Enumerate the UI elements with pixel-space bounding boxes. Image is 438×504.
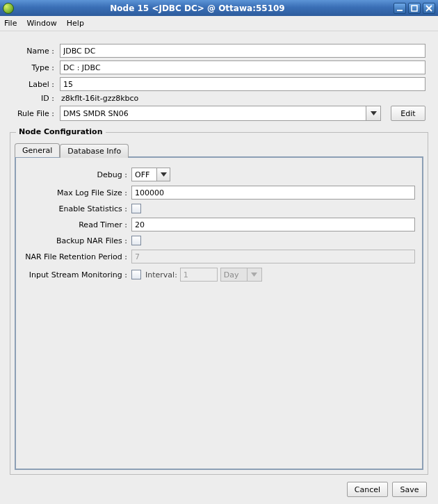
ism-unit-value: Day [220, 268, 247, 282]
tab-database-info[interactable]: Database Info [60, 144, 129, 158]
chevron-down-icon [161, 172, 167, 177]
label-label: Label : [13, 80, 56, 89]
ism-unit-combo: Day [220, 268, 262, 282]
id-value: z8kflt-16it-gzz8kbco [60, 94, 425, 103]
rulefile-input[interactable] [60, 106, 366, 121]
retention-input [131, 250, 415, 263]
edit-button[interactable]: Edit [391, 106, 425, 121]
ism-interval-input [180, 268, 218, 282]
name-input[interactable] [60, 44, 425, 58]
readtimer-input[interactable] [131, 218, 415, 231]
window-title: Node 15 <JDBC DC> @ Ottawa:55109 [1, 3, 394, 13]
svg-marker-4 [371, 111, 377, 115]
close-button[interactable] [423, 3, 435, 14]
svg-marker-6 [251, 273, 257, 277]
retention-label: NAR File Retention Period : [23, 252, 127, 261]
menu-file[interactable]: File [4, 19, 17, 28]
node-configuration-group: Node Configuration General Database Info… [10, 132, 428, 475]
menu-window[interactable]: Window [26, 19, 56, 28]
backup-label: Backup NAR Files : [23, 236, 127, 245]
svg-marker-5 [161, 172, 167, 177]
debug-dropdown-button[interactable] [156, 168, 170, 181]
ism-interval-label: Interval: [145, 270, 177, 279]
menu-help[interactable]: Help [67, 19, 84, 28]
enablestats-label: Enable Statistics : [23, 204, 127, 213]
rulefile-label: Rule File : [13, 109, 56, 118]
window-controls [394, 3, 435, 14]
cancel-button[interactable]: Cancel [347, 482, 388, 497]
id-label: ID : [13, 94, 56, 103]
ism-checkbox[interactable] [131, 270, 141, 279]
rulefile-combo[interactable] [60, 106, 381, 121]
rulefile-dropdown-button[interactable] [366, 106, 381, 121]
backup-checkbox[interactable] [131, 236, 141, 245]
readtimer-label: Read Timer : [23, 220, 127, 229]
save-button[interactable]: Save [392, 482, 427, 497]
minimize-button[interactable] [394, 3, 406, 14]
tab-general[interactable]: General [15, 143, 60, 157]
type-input[interactable] [60, 60, 425, 74]
node-configuration-legend: Node Configuration [16, 127, 106, 136]
maximize-button[interactable] [408, 3, 421, 14]
chevron-down-icon [251, 273, 257, 277]
debug-label: Debug : [23, 170, 127, 179]
debug-value[interactable] [131, 168, 156, 181]
type-label: Type : [13, 63, 56, 72]
dialog-buttons: Cancel Save [8, 475, 430, 497]
chevron-down-icon [371, 111, 377, 115]
tabs: General Database Info [15, 143, 423, 156]
ism-unit-dropdown-button [247, 268, 262, 282]
maxlog-input[interactable] [131, 186, 415, 200]
svg-rect-1 [412, 6, 417, 11]
maxlog-label: Max Log File Size : [23, 188, 127, 197]
tab-panel-general: Debug : Max Log File Size : Enable Stati… [15, 156, 423, 470]
menubar: File Window Help [0, 16, 438, 31]
debug-combo[interactable] [131, 168, 170, 181]
label-input[interactable] [60, 77, 425, 91]
ism-label: Input Stream Monitoring : [23, 270, 127, 279]
enablestats-checkbox[interactable] [131, 204, 141, 213]
window-titlebar: Node 15 <JDBC DC> @ Ottawa:55109 [0, 0, 438, 16]
name-label: Name : [13, 47, 56, 56]
